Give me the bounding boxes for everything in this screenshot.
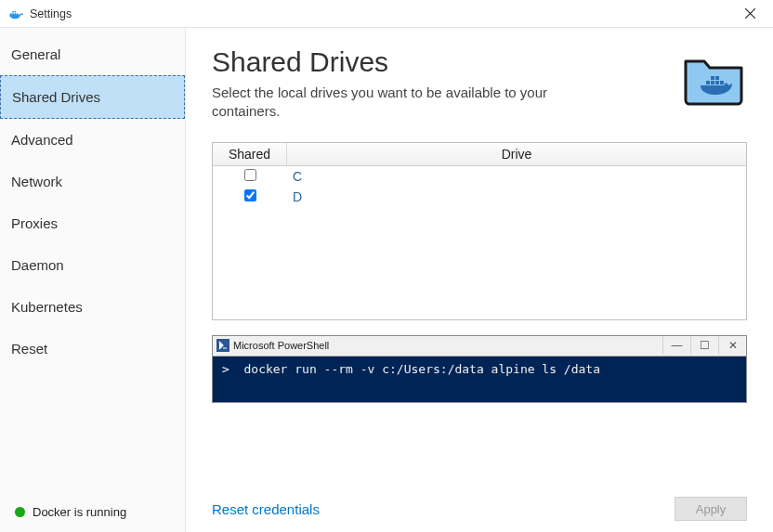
sidebar-item-label: Daemon [11, 257, 64, 273]
sidebar-item-network[interactable]: Network [0, 161, 185, 202]
sidebar-item-kubernetes[interactable]: Kubernetes [0, 286, 185, 328]
sidebar-item-general[interactable]: General [0, 33, 185, 75]
sidebar-item-label: Advanced [11, 132, 73, 148]
content-pane: Shared Drives Select the local drives yo… [186, 28, 773, 532]
sidebar-item-label: Network [11, 174, 62, 189]
sidebar-item-proxies[interactable]: Proxies [0, 202, 185, 244]
docker-status: Docker is running [0, 496, 185, 532]
ps-maximize-button[interactable]: ☐ [690, 336, 718, 355]
share-checkbox-c[interactable] [244, 169, 256, 181]
status-dot-icon [15, 507, 25, 517]
close-button[interactable] [732, 1, 767, 27]
column-header-shared[interactable]: Shared [213, 143, 287, 165]
table-row[interactable]: D [213, 187, 746, 207]
sidebar: General Shared Drives Advanced Network P… [0, 28, 186, 532]
ps-close-button[interactable]: ✕ [718, 336, 746, 355]
sidebar-item-advanced[interactable]: Advanced [0, 119, 185, 161]
page-title: Shared Drives [212, 46, 565, 78]
sidebar-item-label: Shared Drives [12, 89, 100, 105]
sidebar-item-label: Reset [11, 341, 47, 357]
ps-minimize-button[interactable]: — [662, 336, 690, 355]
sidebar-item-daemon[interactable]: Daemon [0, 244, 185, 286]
apply-button-label: Apply [696, 502, 727, 516]
shared-folder-icon [680, 48, 747, 109]
titlebar: Settings [0, 0, 773, 28]
sidebar-item-shared-drives[interactable]: Shared Drives [0, 75, 185, 119]
page-description: Select the local drives you want to be a… [212, 84, 565, 122]
drives-table: Shared Drive C D [212, 142, 747, 320]
drive-label: D [287, 189, 746, 204]
powershell-command: > docker run --rm -v c:/Users:/data alpi… [213, 357, 746, 402]
reset-credentials-link[interactable]: Reset credentials [212, 501, 320, 517]
share-checkbox-d[interactable] [244, 189, 256, 201]
apply-button[interactable]: Apply [675, 497, 747, 521]
docker-whale-icon [7, 6, 24, 22]
column-header-drive[interactable]: Drive [287, 143, 746, 165]
powershell-preview: Microsoft PowerShell — ☐ ✕ > docker run … [212, 335, 747, 403]
powershell-icon [216, 339, 229, 352]
sidebar-item-label: Proxies [11, 215, 58, 231]
sidebar-item-reset[interactable]: Reset [0, 328, 185, 370]
powershell-title: Microsoft PowerShell [233, 340, 329, 351]
window-title: Settings [30, 7, 72, 20]
drive-label: C [287, 169, 746, 184]
status-text: Docker is running [33, 505, 126, 519]
sidebar-item-label: General [11, 46, 60, 62]
table-row[interactable]: C [213, 166, 746, 187]
sidebar-item-label: Kubernetes [11, 299, 83, 315]
